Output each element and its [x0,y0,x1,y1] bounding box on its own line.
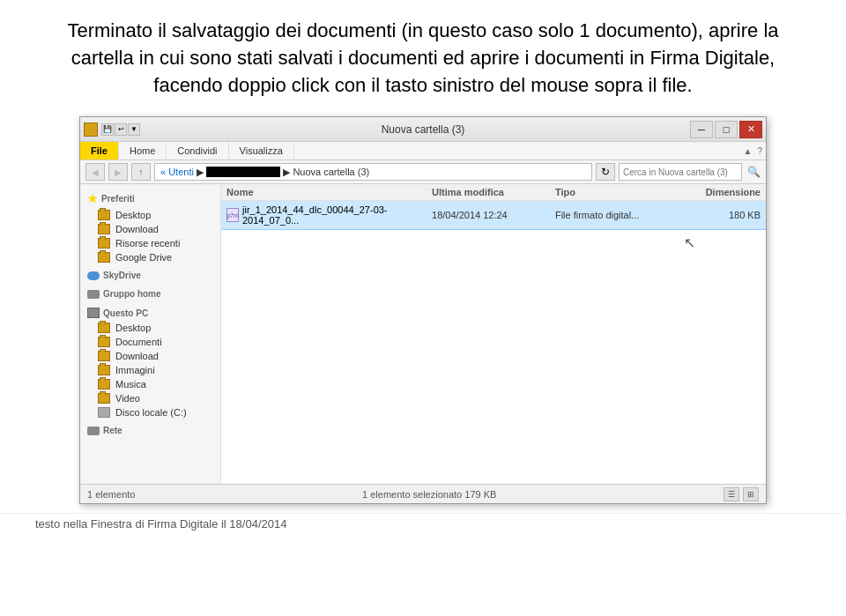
list-view-button[interactable]: ☰ [724,487,739,501]
sidebar-item-pc-musica[interactable]: Musica [80,377,220,391]
search-icon[interactable]: 🔍 [747,166,761,178]
col-header-date[interactable]: Ultima modifica [432,187,555,197]
path-utenti: « Utenti [160,167,194,177]
cursor-area: ↖ [221,230,766,248]
sidebar-item-pc-immagini[interactable]: Immagini [80,363,220,377]
folder-icon [98,238,110,249]
minimize-button[interactable]: ─ [690,121,713,138]
sidebar-item-desktop[interactable]: Desktop [80,208,220,222]
status-items: 1 elemento [87,489,135,500]
tab-home[interactable]: Home [119,142,167,160]
sidebar-section-rete: Rete [80,423,220,438]
folder-icon [98,365,110,375]
title-bar: 💾 ↩ ▼ Nuova cartella (3) ─ □ ✕ [80,117,766,142]
sidebar-header-skydrive: SkyDrive [80,268,220,283]
folder-icon [98,252,110,263]
maximize-button[interactable]: □ [715,121,738,138]
file-type-cell: File firmato digital... [555,210,679,220]
sidebar-item-pc-video[interactable]: Video [80,391,220,405]
address-bar: ◀ ▶ ↑ « Utenti ▶ ▶ Nuova cartella (3) ↻ … [80,160,766,184]
quick-more-btn[interactable]: ▼ [128,123,140,136]
path-folder: Nuova cartella (3) [293,167,369,177]
view-controls: ☰ ⊞ [724,487,759,501]
instruction-text: Terminato il salvataggio dei documenti (… [0,0,846,108]
col-header-type[interactable]: Tipo [555,187,679,197]
sidebar-section-preferiti: ★ Preferiti Desktop Download Risorse rec… [80,189,220,264]
cloud-icon [87,271,100,280]
folder-icon [98,393,110,404]
tab-condividi[interactable]: Condividi [167,142,228,160]
main-area: ★ Preferiti Desktop Download Risorse rec… [80,184,766,484]
path-user-redacted [206,167,280,177]
tab-file[interactable]: File [80,142,119,160]
sidebar-item-download[interactable]: Download [80,222,220,236]
file-date-cell: 18/04/2014 12:24 [432,210,555,220]
file-list: Nome Ultima modifica Tipo Dimensione p7m… [221,184,766,484]
sidebar-header-rete: Rete [80,423,220,438]
sidebar-item-pc-desktop[interactable]: Desktop [80,321,220,335]
sidebar-item-google-drive[interactable]: Google Drive [80,250,220,264]
sidebar-section-skydrive: SkyDrive [80,268,220,283]
title-bar-left: 💾 ↩ ▼ [84,122,140,137]
file-size-cell: 180 KB [679,210,761,220]
sidebar-item-pc-disco[interactable]: Disco locale (C:) [80,405,220,419]
mouse-cursor-icon: ↖ [684,234,695,251]
window-controls: ─ □ ✕ [690,121,762,138]
quick-access-toolbar: 💾 ↩ ▼ [101,123,140,136]
ribbon-minimize-btn[interactable]: ▲ [744,146,753,156]
home-icon [87,290,100,299]
window-title: Nuova cartella (3) [382,123,465,136]
sidebar-header-questopc: Questo PC [80,305,220,321]
grid-view-button[interactable]: ⊞ [743,487,759,501]
up-button[interactable]: ↑ [131,163,151,181]
folder-icon [98,351,110,361]
sidebar-header-gruppohome: Gruppo home [80,286,220,301]
ribbon: File Home Condividi Visualizza ▲ ? [80,142,766,160]
forward-button[interactable]: ▶ [108,163,128,181]
quick-undo-btn[interactable]: ↩ [115,123,127,136]
file-name-cell: p7m jir_1_2014_44_dlc_00044_27-03-2014_0… [226,204,432,226]
close-button[interactable]: ✕ [739,121,762,138]
col-header-size[interactable]: Dimensione [679,187,761,197]
table-row[interactable]: p7m jir_1_2014_44_dlc_00044_27-03-2014_0… [221,201,766,230]
sidebar-item-risorse-recenti[interactable]: Risorse recenti [80,236,220,250]
address-path[interactable]: « Utenti ▶ ▶ Nuova cartella (3) [154,163,592,181]
sidebar-item-pc-download[interactable]: Download [80,349,220,363]
status-bar: 1 elemento 1 elemento selezionato 179 KB… [80,484,766,503]
back-button[interactable]: ◀ [85,163,105,181]
sidebar-item-pc-documenti[interactable]: Documenti [80,335,220,349]
folder-icon [98,323,110,333]
path-separator: ▶ [197,167,204,178]
folder-icon [98,379,110,390]
explorer-window: 💾 ↩ ▼ Nuova cartella (3) ─ □ ✕ File Home… [79,116,767,504]
folder-icon [98,224,110,234]
network-icon [87,427,100,435]
path-separator2: ▶ [283,167,290,178]
bottom-text: testo nella Finestra di Firma Digitale i… [0,513,846,534]
ribbon-tabs: File Home Condividi Visualizza ▲ ? [80,142,766,160]
folder-icon [98,210,110,220]
status-selected: 1 elemento selezionato 179 KB [362,489,496,500]
folder-icon [98,337,110,347]
disk-icon [98,407,110,418]
sidebar-section-questopc: Questo PC Desktop Documenti Download Imm… [80,305,220,419]
sidebar-header-preferiti: ★ Preferiti [80,189,220,208]
refresh-button[interactable]: ↻ [596,163,615,181]
quick-save-btn[interactable]: 💾 [101,123,114,136]
pc-icon [87,308,100,318]
sidebar-section-gruppohome: Gruppo home [80,286,220,301]
col-header-name[interactable]: Nome [226,187,432,197]
column-headers: Nome Ultima modifica Tipo Dimensione [221,184,766,201]
help-btn[interactable]: ? [757,146,762,156]
sidebar: ★ Preferiti Desktop Download Risorse rec… [80,184,221,484]
tab-visualizza[interactable]: Visualizza [229,142,294,160]
search-input[interactable] [619,163,742,181]
window-icon [84,122,98,137]
file-icon-p7m: p7m [226,208,239,222]
star-icon: ★ [87,192,98,205]
file-name: jir_1_2014_44_dlc_00044_27-03-2014_07_0.… [242,204,432,226]
